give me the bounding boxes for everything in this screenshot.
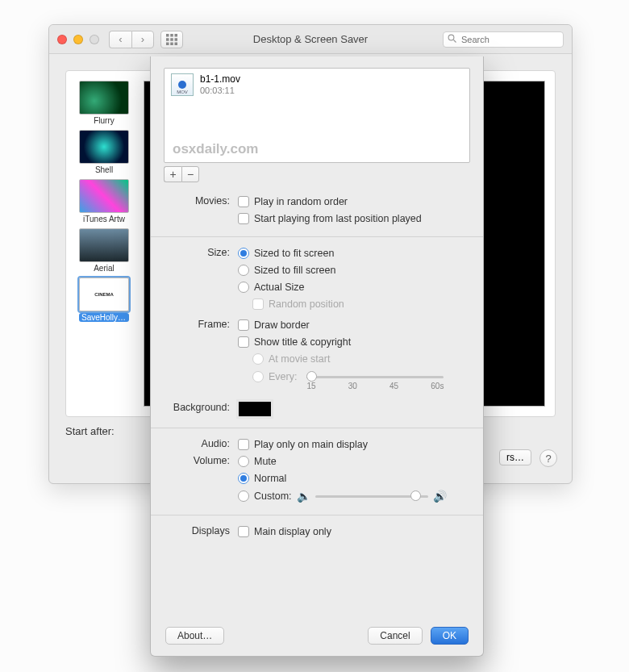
sheet-footer: About… Cancel OK <box>165 627 469 645</box>
ok-button[interactable]: OK <box>431 627 469 645</box>
screensaver-thumb[interactable]: Flurry <box>76 81 132 125</box>
radio-at-movie-start: At movie start <box>252 352 467 366</box>
svg-rect-1 <box>170 34 173 37</box>
about-button[interactable]: About… <box>165 627 224 645</box>
radio-fill-screen[interactable]: Sized to fill screen <box>238 263 467 278</box>
checkbox-show-title[interactable]: Show title & copyright <box>238 335 467 349</box>
volume-high-icon: 🔊 <box>433 490 447 503</box>
label-background: Background: <box>167 401 238 413</box>
window-controls <box>57 35 99 44</box>
section-size: Size: Sized to fit screen Sized to fill … <box>151 236 483 428</box>
movie-row[interactable]: b1-1.mov 00:03:11 <box>165 69 469 101</box>
screensaver-thumb[interactable]: Shell <box>76 130 132 174</box>
radio-volume-custom[interactable]: Custom: 🔈 🔊 <box>238 488 467 504</box>
checkbox-random-position: Random position <box>252 297 467 311</box>
remove-movie-button[interactable]: − <box>181 166 199 182</box>
section-movies: Movies: Play in random order Start playi… <box>151 186 483 236</box>
back-button[interactable]: ‹ <box>109 31 131 48</box>
zoom-icon <box>90 35 99 44</box>
label-audio: Audio: <box>167 437 238 449</box>
add-movie-button[interactable]: + <box>164 166 181 182</box>
movie-meta: b1-1.mov 00:03:11 <box>200 74 240 95</box>
help-button[interactable]: ? <box>539 449 557 467</box>
label-frame: Frame: <box>167 318 238 330</box>
label-displays: Displays <box>167 524 238 536</box>
volume-low-icon: 🔈 <box>297 490 310 503</box>
grid-icon <box>166 34 177 45</box>
slider-thumb-icon <box>306 371 317 382</box>
checkbox-play-main-display[interactable]: Play only on main display <box>238 437 467 452</box>
option-random-order[interactable]: Play in random order <box>238 194 467 209</box>
screensaver-thumb-list: Flurry Shell iTunes Artw Aerial CINEMASa… <box>76 81 132 407</box>
screen-saver-options-button[interactable]: rs… <box>499 449 531 465</box>
background-color-well[interactable] <box>238 401 272 417</box>
radio-volume-normal[interactable]: Normal <box>238 471 467 486</box>
search-container <box>443 31 564 48</box>
checkbox-main-display-only[interactable]: Main display only <box>238 524 467 539</box>
screensaver-thumb[interactable]: iTunes Artw <box>76 179 132 223</box>
nav-back-forward: ‹ › <box>109 31 154 48</box>
movie-list[interactable]: b1-1.mov 00:03:11 osxdaily.com <box>164 68 470 163</box>
label-volume: Volume: <box>167 454 238 466</box>
svg-rect-4 <box>170 38 173 41</box>
search-icon <box>448 34 457 44</box>
checkbox-draw-border[interactable]: Draw border <box>238 318 467 332</box>
radio-actual-size[interactable]: Actual Size <box>238 280 467 294</box>
screensaver-thumb[interactable]: Aerial <box>76 228 132 273</box>
svg-rect-3 <box>166 38 169 41</box>
section-audio: Audio: Play only on main display Volume:… <box>151 428 483 515</box>
movie-filename: b1-1.mov <box>200 74 240 86</box>
movie-file-icon <box>171 73 194 96</box>
svg-rect-8 <box>175 42 178 45</box>
svg-rect-7 <box>170 42 173 45</box>
movie-duration: 00:03:11 <box>200 86 240 96</box>
search-input[interactable] <box>443 31 564 48</box>
radio-fit-screen[interactable]: Sized to fit screen <box>238 246 467 261</box>
option-resume[interactable]: Start playing from last position played <box>238 211 467 226</box>
window-title: Desktop & Screen Saver <box>253 33 368 45</box>
start-after-label: Start after: <box>65 425 115 437</box>
svg-point-9 <box>448 35 454 40</box>
cancel-button[interactable]: Cancel <box>368 627 422 645</box>
section-displays: Displays Main display only <box>151 515 483 549</box>
svg-line-10 <box>454 40 456 42</box>
close-icon[interactable] <box>57 35 67 44</box>
minimize-icon[interactable] <box>73 35 83 44</box>
frame-interval-slider: 15 30 45 60s <box>306 369 444 385</box>
label-size: Size: <box>167 246 238 258</box>
savehollywood-sheet: b1-1.mov 00:03:11 osxdaily.com + − Movie… <box>150 56 484 657</box>
volume-slider[interactable] <box>315 488 428 504</box>
radio-volume-mute[interactable]: Mute <box>238 454 467 469</box>
slider-thumb-icon[interactable] <box>410 490 421 501</box>
svg-rect-6 <box>166 42 169 45</box>
radio-every: Every: 15 30 45 60s <box>252 369 467 385</box>
svg-rect-2 <box>175 34 178 37</box>
show-all-button[interactable] <box>160 31 183 48</box>
label-movies: Movies: <box>167 194 238 207</box>
add-remove-controls: + − <box>164 166 470 182</box>
svg-rect-5 <box>175 38 178 41</box>
svg-rect-0 <box>166 34 169 37</box>
screensaver-thumb[interactable]: CINEMASaveHollywo <box>76 278 132 322</box>
forward-button[interactable]: › <box>131 31 154 48</box>
titlebar: ‹ › Desktop & Screen Saver <box>49 25 572 54</box>
watermark: osxdaily.com <box>173 141 258 157</box>
